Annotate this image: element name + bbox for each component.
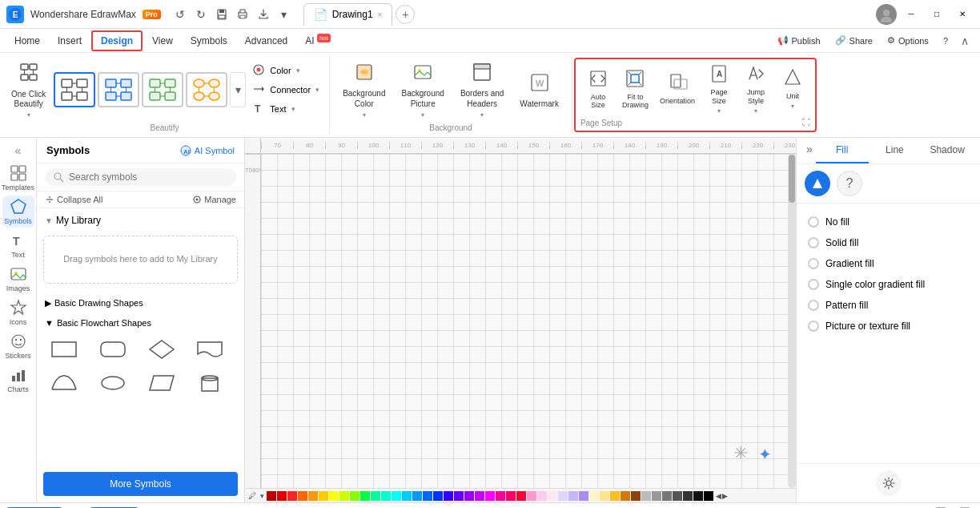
picture-texture-option[interactable]: Picture or texture fill bbox=[805, 316, 972, 337]
sidebar-item-templates[interactable]: Templates bbox=[2, 162, 34, 194]
basic-drawing-header[interactable]: ▶ Basic Drawing Shapes bbox=[37, 295, 244, 312]
color-scroll-right[interactable]: ▶ bbox=[722, 492, 728, 500]
publish-button[interactable]: 📢 Publish bbox=[771, 33, 827, 48]
ai-sparkle-icon[interactable]: ✦ bbox=[758, 445, 772, 464]
color-swatch[interactable] bbox=[298, 491, 307, 501]
color-swatch[interactable] bbox=[527, 491, 536, 501]
color-swatch[interactable] bbox=[287, 491, 297, 501]
no-fill-option[interactable]: No fill bbox=[805, 212, 972, 232]
fit-to-drawing-button[interactable]: Fit toDrawing bbox=[617, 66, 653, 113]
color-swatch[interactable] bbox=[537, 491, 547, 501]
shape-process[interactable] bbox=[45, 368, 83, 398]
color-swatch[interactable] bbox=[267, 491, 276, 501]
color-arrow[interactable]: ▾ bbox=[260, 492, 264, 500]
color-swatch[interactable] bbox=[402, 491, 412, 501]
shape-rectangle[interactable] bbox=[45, 334, 83, 365]
page-size-button[interactable]: A PageSize ▾ bbox=[701, 61, 737, 117]
color-swatch[interactable] bbox=[350, 491, 359, 501]
color-swatch[interactable] bbox=[329, 491, 339, 501]
tab-fill[interactable]: Fill bbox=[816, 138, 869, 163]
pattern-fill-option[interactable]: Pattern fill bbox=[805, 295, 972, 316]
sparkle-icon[interactable]: ✳ bbox=[733, 443, 748, 464]
one-click-beautify-button[interactable]: One ClickBeautify ▾ bbox=[6, 58, 50, 122]
export-button[interactable] bbox=[254, 5, 273, 24]
vertical-scrollbar[interactable] bbox=[788, 154, 796, 488]
fill-color-button[interactable] bbox=[805, 171, 830, 196]
share-button[interactable]: 🔗 Share bbox=[829, 33, 879, 48]
color-swatch[interactable] bbox=[652, 491, 661, 501]
collapse-all-button[interactable]: Collapse All bbox=[45, 195, 102, 204]
user-avatar[interactable] bbox=[876, 4, 897, 25]
color-swatch[interactable] bbox=[641, 491, 651, 501]
color-swatch[interactable] bbox=[392, 491, 401, 501]
color-swatch[interactable] bbox=[516, 491, 526, 501]
basic-flowchart-header[interactable]: ▼ Basic Flowchart Shapes bbox=[37, 315, 244, 331]
color-swatch[interactable] bbox=[277, 491, 287, 501]
sidebar-item-images[interactable]: Images bbox=[2, 263, 34, 295]
color-swatch[interactable] bbox=[412, 491, 422, 501]
color-swatch[interactable] bbox=[548, 491, 557, 501]
scrollbar-thumb[interactable] bbox=[789, 155, 795, 203]
sidebar-collapse-button[interactable]: « bbox=[6, 141, 31, 160]
color-swatch[interactable] bbox=[589, 491, 599, 501]
color-swatch[interactable] bbox=[339, 491, 349, 501]
color-swatch[interactable] bbox=[360, 491, 370, 501]
canvas-surface[interactable]: ✳ ✦ bbox=[261, 154, 796, 488]
style-preset-4[interactable] bbox=[186, 72, 227, 107]
shape-diamond[interactable] bbox=[143, 334, 181, 365]
color-swatch[interactable] bbox=[444, 491, 453, 501]
redo-button[interactable]: ↻ bbox=[191, 5, 211, 24]
sidebar-item-stickers[interactable]: Stickers bbox=[2, 330, 34, 362]
unit-button[interactable]: Unit ▾ bbox=[775, 65, 810, 112]
color-swatch[interactable] bbox=[496, 491, 505, 501]
help-button[interactable]: ? bbox=[937, 34, 954, 48]
shape-document[interactable] bbox=[191, 334, 229, 365]
undo-button[interactable]: ↺ bbox=[171, 5, 190, 24]
color-scroll-left[interactable]: ◀ bbox=[716, 492, 721, 500]
color-swatch[interactable] bbox=[506, 491, 516, 501]
manage-button[interactable]: Manage bbox=[192, 195, 236, 204]
page-setup-expand[interactable]: ⛶ bbox=[802, 118, 810, 127]
style-preset-3[interactable] bbox=[142, 72, 183, 107]
color-fill-icon[interactable]: 🖊 bbox=[248, 491, 256, 500]
ai-symbol-button[interactable]: AI AI Symbol bbox=[180, 145, 235, 156]
help-button-panel[interactable]: ? bbox=[837, 171, 862, 196]
color-swatch[interactable] bbox=[319, 491, 328, 501]
tab-home[interactable]: Home bbox=[6, 32, 48, 50]
tab-shadow[interactable]: Shadow bbox=[921, 138, 974, 163]
close-button[interactable]: ✕ bbox=[951, 6, 974, 23]
tab-symbols[interactable]: Symbols bbox=[183, 32, 235, 50]
color-swatch[interactable] bbox=[683, 491, 693, 501]
color-swatch[interactable] bbox=[704, 491, 713, 501]
color-swatch[interactable] bbox=[621, 491, 630, 501]
color-swatch[interactable] bbox=[381, 491, 391, 501]
auto-size-button[interactable]: AutoSize bbox=[580, 66, 616, 113]
color-swatch[interactable] bbox=[662, 491, 672, 501]
shape-oval[interactable] bbox=[94, 368, 132, 398]
ribbon-collapse-button[interactable]: ∧ bbox=[956, 33, 974, 49]
new-tab-button[interactable]: + bbox=[396, 5, 415, 24]
solid-fill-option[interactable]: Solid fill bbox=[805, 232, 972, 253]
preset-more-button[interactable]: ▾ bbox=[230, 72, 246, 107]
color-swatch[interactable] bbox=[558, 491, 568, 501]
color-swatch[interactable] bbox=[631, 491, 641, 501]
tab-close-button[interactable]: × bbox=[378, 10, 383, 19]
sidebar-item-symbols[interactable]: Symbols bbox=[2, 196, 34, 228]
tab-line[interactable]: Line bbox=[869, 138, 922, 163]
drawing-tab[interactable]: 📄 Drawing1 × bbox=[303, 3, 393, 26]
color-swatch[interactable] bbox=[568, 491, 578, 501]
my-library-header[interactable]: ▼ My Library bbox=[37, 212, 244, 229]
restore-button[interactable]: □ bbox=[926, 6, 948, 23]
color-format-button[interactable]: Color ▾ bbox=[249, 62, 323, 79]
color-swatch[interactable] bbox=[433, 491, 443, 501]
bg-color-button[interactable]: BackgroundColor ▾ bbox=[336, 58, 392, 122]
color-swatch[interactable] bbox=[485, 491, 495, 501]
sidebar-item-text[interactable]: T Text bbox=[2, 229, 34, 261]
tab-design[interactable]: Design bbox=[91, 30, 143, 51]
style-preset-1[interactable] bbox=[54, 72, 95, 107]
tab-advanced[interactable]: Advanced bbox=[237, 32, 295, 50]
text-format-button[interactable]: T Text ▾ bbox=[249, 100, 323, 118]
borders-headers-button[interactable]: Borders andHeaders ▾ bbox=[454, 58, 510, 122]
shape-parallelogram[interactable] bbox=[143, 368, 181, 398]
single-gradient-option[interactable]: Single color gradient fill bbox=[805, 274, 972, 295]
